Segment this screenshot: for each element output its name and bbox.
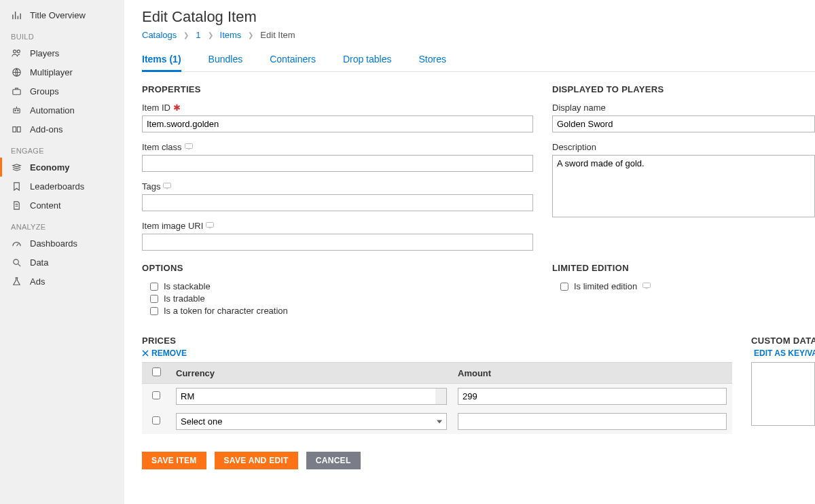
save-item-button[interactable]: SAVE ITEM: [142, 452, 206, 469]
svg-rect-8: [17, 126, 20, 132]
sidebar-item-addons[interactable]: Add-ons: [0, 120, 124, 139]
svg-rect-13: [643, 283, 651, 288]
col-currency: Currency: [170, 363, 452, 384]
action-bar: SAVE ITEM SAVE AND EDIT CANCEL: [142, 452, 815, 469]
sidebar-item-label: Automation: [30, 105, 75, 115]
svg-rect-3: [12, 89, 20, 94]
flask-icon: [11, 276, 22, 287]
sidebar-item-label: Leaderboards: [30, 181, 84, 192]
page-title: Edit Catalog Item: [142, 8, 815, 26]
checkbox-limited[interactable]: Is limited edition: [560, 281, 815, 291]
sidebar-item-multiplayer[interactable]: Multiplayer: [0, 62, 124, 82]
edit-keyvalue-button[interactable]: EDIT AS KEY/VALUE: [751, 348, 815, 358]
sidebar-item-label: Groups: [30, 86, 59, 96]
label-image-uri: Item image URI: [142, 221, 203, 231]
item-class-input[interactable]: [142, 155, 533, 172]
people-icon: [11, 48, 22, 58]
price-row-checkbox[interactable]: [152, 391, 160, 399]
tags-input[interactable]: [142, 194, 533, 211]
breadcrumb: Catalogs ❯ 1 ❯ Items ❯ Edit Item: [142, 30, 815, 40]
image-uri-input[interactable]: [142, 234, 533, 251]
search-icon: [11, 257, 22, 268]
sidebar-item-label: Ads: [30, 276, 45, 287]
tab-bundles[interactable]: Bundles: [209, 50, 243, 71]
svg-point-9: [13, 259, 18, 264]
label-description: Description: [552, 142, 596, 152]
tab-stores[interactable]: Stores: [418, 50, 446, 71]
price-row: Select one: [142, 409, 732, 434]
label-display-name: Display name: [552, 103, 606, 113]
svg-rect-4: [13, 108, 19, 113]
sidebar-item-label: Title Overview: [30, 10, 86, 20]
sidebar-item-label: Multiplayer: [30, 67, 73, 77]
svg-rect-11: [164, 183, 171, 188]
price-row-checkbox[interactable]: [152, 416, 160, 425]
custom-data-box[interactable]: [751, 362, 815, 426]
breadcrumb-current: Edit Item: [260, 30, 295, 40]
prices-remove-button[interactable]: REMOVE: [142, 348, 187, 358]
sidebar-item-label: Data: [30, 257, 48, 268]
sidebar-group-engage: ENGAGE: [0, 139, 124, 158]
sidebar-item-ads[interactable]: Ads: [0, 272, 124, 291]
stack-icon: [11, 162, 22, 173]
checkbox-token[interactable]: Is a token for character creation: [150, 306, 533, 316]
stackable-input[interactable]: [150, 283, 158, 291]
sidebar-item-economy[interactable]: Economy: [0, 158, 124, 177]
sidebar-item-data[interactable]: Data: [0, 253, 124, 272]
price-amount-input-1[interactable]: [458, 413, 727, 430]
checkbox-tradable[interactable]: Is tradable: [150, 293, 533, 304]
sidebar-item-label: Economy: [30, 162, 70, 173]
tabs: Items (1) Bundles Containers Drop tables…: [142, 50, 815, 72]
tab-items[interactable]: Items (1): [142, 50, 181, 71]
svg-point-1: [17, 50, 20, 52]
price-amount-input-0[interactable]: [458, 388, 727, 405]
item-id-input[interactable]: [142, 115, 533, 132]
addon-icon: [11, 124, 22, 134]
breadcrumb-items[interactable]: Items: [220, 30, 242, 40]
tooltip-icon[interactable]: [163, 181, 171, 192]
limited-label: Is limited edition: [574, 281, 637, 291]
sidebar-item-dashboards[interactable]: Dashboards: [0, 234, 124, 253]
sidebar-item-automation[interactable]: Automation: [0, 101, 124, 120]
token-input[interactable]: [150, 307, 158, 315]
sidebar-item-content[interactable]: Content: [0, 196, 124, 215]
section-properties: PROPERTIES: [142, 84, 533, 94]
chevron-right-icon: ❯: [183, 31, 189, 39]
sidebar-group-analyze: ANALYZE: [0, 215, 124, 234]
section-limited: LIMITED EDITION: [552, 263, 815, 273]
breadcrumb-catalogs[interactable]: Catalogs: [142, 30, 177, 40]
description-input[interactable]: A sword made of gold.: [552, 155, 815, 217]
breadcrumb-catalog-1[interactable]: 1: [196, 30, 200, 40]
limited-input[interactable]: [560, 283, 568, 291]
edit-link-label: EDIT AS KEY/VALUE: [754, 348, 815, 358]
sidebar-item-groups[interactable]: Groups: [0, 82, 124, 101]
robot-icon: [11, 105, 22, 115]
tab-containers[interactable]: Containers: [270, 50, 316, 71]
bookmark-icon: [11, 181, 22, 192]
sidebar-item-leaderboards[interactable]: Leaderboards: [0, 177, 124, 196]
price-currency-select-0[interactable]: RM: [176, 388, 447, 405]
tab-drop-tables[interactable]: Drop tables: [343, 50, 392, 71]
token-label: Is a token for character creation: [164, 306, 288, 316]
sidebar-item-title-overview[interactable]: Title Overview: [0, 5, 124, 24]
sidebar-item-players[interactable]: Players: [0, 43, 124, 62]
sidebar-item-label: Content: [30, 200, 61, 211]
display-name-input[interactable]: [552, 115, 815, 132]
price-currency-select-1[interactable]: Select one: [176, 413, 447, 430]
price-row: RM: [142, 384, 732, 410]
tooltip-icon[interactable]: [206, 221, 214, 231]
main-content: Edit Catalog Item Catalogs ❯ 1 ❯ Items ❯…: [124, 0, 815, 504]
select-all-prices[interactable]: [152, 367, 161, 376]
cancel-button[interactable]: CANCEL: [306, 452, 361, 469]
checkbox-stackable[interactable]: Is stackable: [150, 281, 533, 291]
save-and-edit-button[interactable]: SAVE AND EDIT: [215, 452, 298, 469]
gauge-icon: [11, 238, 22, 249]
tradable-label: Is tradable: [164, 293, 205, 304]
tradable-input[interactable]: [150, 295, 158, 303]
sidebar-item-label: Add-ons: [30, 124, 62, 134]
tooltip-icon[interactable]: [185, 142, 193, 152]
svg-rect-10: [185, 144, 192, 149]
col-amount: Amount: [452, 363, 732, 384]
svg-point-0: [13, 50, 16, 52]
tooltip-icon[interactable]: [642, 281, 651, 291]
